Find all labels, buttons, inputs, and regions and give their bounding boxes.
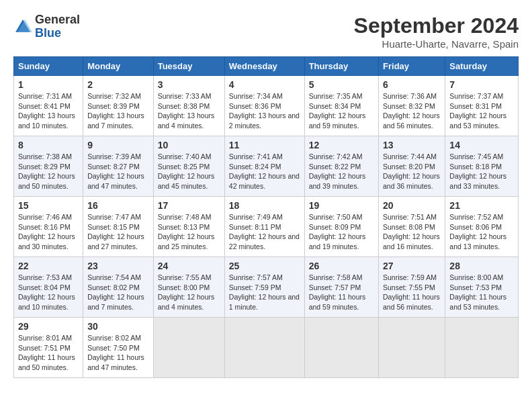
- header-saturday: Saturday: [445, 57, 519, 76]
- day-info: Sunrise: 7:37 AMSunset: 8:31 PMDaylight:…: [449, 91, 514, 131]
- logo: General Blue: [13, 13, 80, 40]
- day-number: 22: [18, 261, 79, 271]
- calendar-week-row: 29Sunrise: 8:01 AMSunset: 7:51 PMDayligh…: [14, 318, 519, 378]
- calendar-day: 9Sunrise: 7:39 AMSunset: 8:27 PMDaylight…: [83, 136, 154, 197]
- day-info: Sunrise: 7:39 AMSunset: 8:27 PMDaylight:…: [87, 152, 149, 191]
- day-info: Sunrise: 7:49 AMSunset: 8:11 PMDaylight:…: [229, 212, 300, 252]
- day-info: Sunrise: 7:58 AMSunset: 7:57 PMDaylight:…: [309, 273, 374, 312]
- day-info: Sunrise: 7:44 AMSunset: 8:20 PMDaylight:…: [383, 152, 441, 191]
- calendar-week-row: 1Sunrise: 7:31 AMSunset: 8:41 PMDaylight…: [14, 76, 519, 136]
- day-number: 25: [229, 261, 300, 271]
- day-number: 24: [158, 261, 220, 271]
- day-info: Sunrise: 7:32 AMSunset: 8:39 PMDaylight:…: [87, 91, 149, 131]
- calendar-day: 18Sunrise: 7:49 AMSunset: 8:11 PMDayligh…: [224, 197, 304, 257]
- day-number: 29: [18, 321, 79, 332]
- calendar-day: 27Sunrise: 7:59 AMSunset: 7:55 PMDayligh…: [379, 257, 445, 318]
- day-number: 17: [158, 200, 220, 211]
- day-info: Sunrise: 7:33 AMSunset: 8:38 PMDaylight:…: [158, 91, 220, 131]
- day-info: Sunrise: 8:00 AMSunset: 7:53 PMDaylight:…: [449, 273, 514, 312]
- day-number: 9: [87, 140, 149, 150]
- day-info: Sunrise: 7:42 AMSunset: 8:22 PMDaylight:…: [309, 152, 374, 191]
- calendar-day: 15Sunrise: 7:46 AMSunset: 8:16 PMDayligh…: [14, 197, 83, 257]
- day-number: 6: [383, 79, 441, 90]
- calendar-day: 29Sunrise: 8:01 AMSunset: 7:51 PMDayligh…: [14, 318, 83, 378]
- day-number: 30: [87, 321, 149, 332]
- day-number: 15: [18, 200, 79, 211]
- calendar-day: 2Sunrise: 7:32 AMSunset: 8:39 PMDaylight…: [83, 76, 154, 136]
- calendar-day: 22Sunrise: 7:53 AMSunset: 8:04 PMDayligh…: [14, 257, 83, 318]
- day-number: 11: [229, 140, 300, 150]
- day-info: Sunrise: 7:46 AMSunset: 8:16 PMDaylight:…: [18, 212, 79, 252]
- day-number: 18: [229, 200, 300, 211]
- calendar-header-row: SundayMondayTuesdayWednesdayThursdayFrid…: [14, 57, 519, 76]
- day-info: Sunrise: 7:50 AMSunset: 8:09 PMDaylight:…: [309, 212, 374, 252]
- day-number: 20: [383, 200, 441, 211]
- day-info: Sunrise: 8:01 AMSunset: 7:51 PMDaylight:…: [18, 333, 79, 373]
- day-number: 16: [87, 200, 149, 211]
- month-title: September 2024: [354, 13, 519, 38]
- day-number: 3: [158, 79, 220, 90]
- calendar-day: [153, 318, 224, 378]
- day-info: Sunrise: 7:52 AMSunset: 8:06 PMDaylight:…: [449, 212, 514, 252]
- header-friday: Friday: [379, 57, 445, 76]
- day-info: Sunrise: 7:57 AMSunset: 7:59 PMDaylight:…: [229, 273, 300, 312]
- calendar-day: 20Sunrise: 7:51 AMSunset: 8:08 PMDayligh…: [379, 197, 445, 257]
- day-info: Sunrise: 7:34 AMSunset: 8:36 PMDaylight:…: [229, 91, 300, 131]
- day-info: Sunrise: 7:55 AMSunset: 8:00 PMDaylight:…: [158, 273, 220, 312]
- title-block: September 2024 Huarte-Uharte, Navarre, S…: [354, 13, 519, 50]
- calendar-day: 23Sunrise: 7:54 AMSunset: 8:02 PMDayligh…: [83, 257, 154, 318]
- calendar-day: [224, 318, 304, 378]
- day-number: 21: [449, 200, 514, 211]
- day-info: Sunrise: 7:40 AMSunset: 8:25 PMDaylight:…: [158, 152, 220, 191]
- header-wednesday: Wednesday: [224, 57, 304, 76]
- day-number: 19: [309, 200, 374, 211]
- calendar-day: 7Sunrise: 7:37 AMSunset: 8:31 PMDaylight…: [445, 76, 519, 136]
- day-number: 13: [383, 140, 441, 150]
- day-info: Sunrise: 7:41 AMSunset: 8:24 PMDaylight:…: [229, 152, 300, 191]
- calendar-day: 21Sunrise: 7:52 AMSunset: 8:06 PMDayligh…: [445, 197, 519, 257]
- day-info: Sunrise: 7:53 AMSunset: 8:04 PMDaylight:…: [18, 273, 79, 312]
- calendar-day: [445, 318, 519, 378]
- day-info: Sunrise: 7:36 AMSunset: 8:32 PMDaylight:…: [383, 91, 441, 131]
- day-info: Sunrise: 7:59 AMSunset: 7:55 PMDaylight:…: [383, 273, 441, 312]
- day-info: Sunrise: 7:54 AMSunset: 8:02 PMDaylight:…: [87, 273, 149, 312]
- calendar-day: 4Sunrise: 7:34 AMSunset: 8:36 PMDaylight…: [224, 76, 304, 136]
- day-number: 26: [309, 261, 374, 271]
- calendar-day: 12Sunrise: 7:42 AMSunset: 8:22 PMDayligh…: [304, 136, 378, 197]
- day-info: Sunrise: 7:45 AMSunset: 8:18 PMDaylight:…: [449, 152, 514, 191]
- day-info: Sunrise: 7:38 AMSunset: 8:29 PMDaylight:…: [18, 152, 79, 191]
- calendar-day: 11Sunrise: 7:41 AMSunset: 8:24 PMDayligh…: [224, 136, 304, 197]
- calendar-day: 17Sunrise: 7:48 AMSunset: 8:13 PMDayligh…: [153, 197, 224, 257]
- calendar-day: 24Sunrise: 7:55 AMSunset: 8:00 PMDayligh…: [153, 257, 224, 318]
- calendar-week-row: 15Sunrise: 7:46 AMSunset: 8:16 PMDayligh…: [14, 197, 519, 257]
- calendar-day: 19Sunrise: 7:50 AMSunset: 8:09 PMDayligh…: [304, 197, 378, 257]
- day-number: 7: [449, 79, 514, 90]
- page-header: General Blue September 2024 Huarte-Uhart…: [13, 13, 519, 50]
- day-info: Sunrise: 7:35 AMSunset: 8:34 PMDaylight:…: [309, 91, 374, 131]
- calendar-day: 13Sunrise: 7:44 AMSunset: 8:20 PMDayligh…: [379, 136, 445, 197]
- header-tuesday: Tuesday: [153, 57, 224, 76]
- day-info: Sunrise: 8:02 AMSunset: 7:50 PMDaylight:…: [87, 333, 149, 373]
- calendar-week-row: 8Sunrise: 7:38 AMSunset: 8:29 PMDaylight…: [14, 136, 519, 197]
- calendar-day: [379, 318, 445, 378]
- calendar-day: 5Sunrise: 7:35 AMSunset: 8:34 PMDaylight…: [304, 76, 378, 136]
- calendar-day: 25Sunrise: 7:57 AMSunset: 7:59 PMDayligh…: [224, 257, 304, 318]
- header-monday: Monday: [83, 57, 154, 76]
- calendar-day: [304, 318, 378, 378]
- day-info: Sunrise: 7:51 AMSunset: 8:08 PMDaylight:…: [383, 212, 441, 252]
- location-subtitle: Huarte-Uharte, Navarre, Spain: [354, 38, 519, 50]
- calendar-table: SundayMondayTuesdayWednesdayThursdayFrid…: [13, 56, 519, 378]
- calendar-week-row: 22Sunrise: 7:53 AMSunset: 8:04 PMDayligh…: [14, 257, 519, 318]
- calendar-day: 14Sunrise: 7:45 AMSunset: 8:18 PMDayligh…: [445, 136, 519, 197]
- logo-icon: [13, 17, 32, 36]
- day-number: 10: [158, 140, 220, 150]
- day-number: 8: [18, 140, 79, 150]
- day-number: 14: [449, 140, 514, 150]
- header-thursday: Thursday: [304, 57, 378, 76]
- day-number: 4: [229, 79, 300, 90]
- day-number: 12: [309, 140, 374, 150]
- calendar-day: 30Sunrise: 8:02 AMSunset: 7:50 PMDayligh…: [83, 318, 154, 378]
- logo-text: General Blue: [35, 13, 80, 40]
- day-number: 28: [449, 261, 514, 271]
- day-number: 1: [18, 79, 79, 90]
